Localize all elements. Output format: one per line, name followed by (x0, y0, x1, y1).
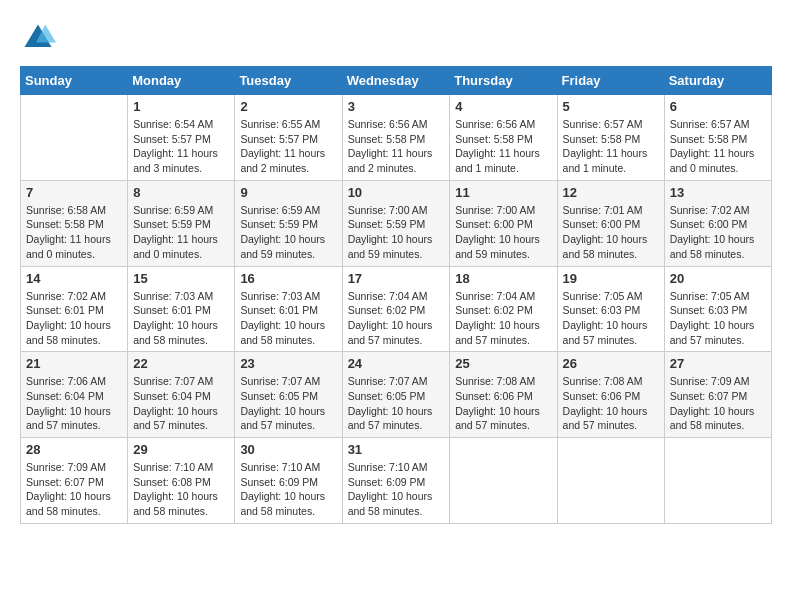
day-info: Sunrise: 7:07 AMSunset: 6:05 PMDaylight:… (348, 374, 445, 433)
calendar-cell: 29Sunrise: 7:10 AMSunset: 6:08 PMDayligh… (128, 438, 235, 524)
day-info: Sunrise: 7:05 AMSunset: 6:03 PMDaylight:… (563, 289, 659, 348)
day-info: Sunrise: 7:10 AMSunset: 6:08 PMDaylight:… (133, 460, 229, 519)
calendar-cell: 13Sunrise: 7:02 AMSunset: 6:00 PMDayligh… (664, 180, 771, 266)
calendar-cell: 16Sunrise: 7:03 AMSunset: 6:01 PMDayligh… (235, 266, 342, 352)
page-header (20, 20, 772, 56)
day-info: Sunrise: 7:05 AMSunset: 6:03 PMDaylight:… (670, 289, 766, 348)
day-number: 24 (348, 356, 445, 371)
day-number: 9 (240, 185, 336, 200)
calendar-day-header: Thursday (450, 67, 557, 95)
calendar-cell: 24Sunrise: 7:07 AMSunset: 6:05 PMDayligh… (342, 352, 450, 438)
day-number: 31 (348, 442, 445, 457)
calendar-header-row: SundayMondayTuesdayWednesdayThursdayFrid… (21, 67, 772, 95)
calendar-cell: 28Sunrise: 7:09 AMSunset: 6:07 PMDayligh… (21, 438, 128, 524)
calendar-day-header: Sunday (21, 67, 128, 95)
day-info: Sunrise: 6:57 AMSunset: 5:58 PMDaylight:… (563, 117, 659, 176)
calendar-cell: 6Sunrise: 6:57 AMSunset: 5:58 PMDaylight… (664, 95, 771, 181)
day-number: 13 (670, 185, 766, 200)
day-info: Sunrise: 7:09 AMSunset: 6:07 PMDaylight:… (26, 460, 122, 519)
day-number: 21 (26, 356, 122, 371)
calendar-cell: 4Sunrise: 6:56 AMSunset: 5:58 PMDaylight… (450, 95, 557, 181)
day-info: Sunrise: 7:04 AMSunset: 6:02 PMDaylight:… (348, 289, 445, 348)
calendar-day-header: Wednesday (342, 67, 450, 95)
calendar-cell: 12Sunrise: 7:01 AMSunset: 6:00 PMDayligh… (557, 180, 664, 266)
calendar-day-header: Monday (128, 67, 235, 95)
calendar-cell: 3Sunrise: 6:56 AMSunset: 5:58 PMDaylight… (342, 95, 450, 181)
day-info: Sunrise: 7:10 AMSunset: 6:09 PMDaylight:… (348, 460, 445, 519)
calendar-day-header: Friday (557, 67, 664, 95)
day-number: 1 (133, 99, 229, 114)
calendar-cell: 19Sunrise: 7:05 AMSunset: 6:03 PMDayligh… (557, 266, 664, 352)
calendar-cell: 15Sunrise: 7:03 AMSunset: 6:01 PMDayligh… (128, 266, 235, 352)
calendar-cell: 27Sunrise: 7:09 AMSunset: 6:07 PMDayligh… (664, 352, 771, 438)
day-info: Sunrise: 7:02 AMSunset: 6:01 PMDaylight:… (26, 289, 122, 348)
day-info: Sunrise: 7:08 AMSunset: 6:06 PMDaylight:… (563, 374, 659, 433)
day-number: 14 (26, 271, 122, 286)
day-number: 2 (240, 99, 336, 114)
calendar-cell: 8Sunrise: 6:59 AMSunset: 5:59 PMDaylight… (128, 180, 235, 266)
day-number: 3 (348, 99, 445, 114)
calendar-cell (557, 438, 664, 524)
day-info: Sunrise: 6:57 AMSunset: 5:58 PMDaylight:… (670, 117, 766, 176)
day-number: 15 (133, 271, 229, 286)
calendar-cell: 18Sunrise: 7:04 AMSunset: 6:02 PMDayligh… (450, 266, 557, 352)
day-number: 22 (133, 356, 229, 371)
day-info: Sunrise: 7:04 AMSunset: 6:02 PMDaylight:… (455, 289, 551, 348)
calendar-cell: 22Sunrise: 7:07 AMSunset: 6:04 PMDayligh… (128, 352, 235, 438)
day-info: Sunrise: 6:59 AMSunset: 5:59 PMDaylight:… (240, 203, 336, 262)
day-number: 29 (133, 442, 229, 457)
calendar-week-row: 14Sunrise: 7:02 AMSunset: 6:01 PMDayligh… (21, 266, 772, 352)
calendar-cell: 31Sunrise: 7:10 AMSunset: 6:09 PMDayligh… (342, 438, 450, 524)
calendar-week-row: 21Sunrise: 7:06 AMSunset: 6:04 PMDayligh… (21, 352, 772, 438)
day-info: Sunrise: 7:06 AMSunset: 6:04 PMDaylight:… (26, 374, 122, 433)
day-info: Sunrise: 7:09 AMSunset: 6:07 PMDaylight:… (670, 374, 766, 433)
calendar-day-header: Tuesday (235, 67, 342, 95)
day-info: Sunrise: 7:10 AMSunset: 6:09 PMDaylight:… (240, 460, 336, 519)
day-number: 20 (670, 271, 766, 286)
day-info: Sunrise: 7:07 AMSunset: 6:05 PMDaylight:… (240, 374, 336, 433)
day-info: Sunrise: 6:59 AMSunset: 5:59 PMDaylight:… (133, 203, 229, 262)
day-info: Sunrise: 6:58 AMSunset: 5:58 PMDaylight:… (26, 203, 122, 262)
day-number: 17 (348, 271, 445, 286)
day-info: Sunrise: 7:02 AMSunset: 6:00 PMDaylight:… (670, 203, 766, 262)
day-number: 8 (133, 185, 229, 200)
day-info: Sunrise: 6:56 AMSunset: 5:58 PMDaylight:… (455, 117, 551, 176)
day-number: 12 (563, 185, 659, 200)
calendar-week-row: 28Sunrise: 7:09 AMSunset: 6:07 PMDayligh… (21, 438, 772, 524)
day-info: Sunrise: 7:00 AMSunset: 5:59 PMDaylight:… (348, 203, 445, 262)
calendar-cell (450, 438, 557, 524)
day-number: 18 (455, 271, 551, 286)
day-number: 16 (240, 271, 336, 286)
logo (20, 20, 60, 56)
calendar-cell: 30Sunrise: 7:10 AMSunset: 6:09 PMDayligh… (235, 438, 342, 524)
calendar-cell: 9Sunrise: 6:59 AMSunset: 5:59 PMDaylight… (235, 180, 342, 266)
calendar-week-row: 1Sunrise: 6:54 AMSunset: 5:57 PMDaylight… (21, 95, 772, 181)
calendar-cell: 20Sunrise: 7:05 AMSunset: 6:03 PMDayligh… (664, 266, 771, 352)
day-number: 26 (563, 356, 659, 371)
day-number: 7 (26, 185, 122, 200)
day-info: Sunrise: 6:56 AMSunset: 5:58 PMDaylight:… (348, 117, 445, 176)
calendar-day-header: Saturday (664, 67, 771, 95)
day-number: 27 (670, 356, 766, 371)
calendar-cell: 5Sunrise: 6:57 AMSunset: 5:58 PMDaylight… (557, 95, 664, 181)
calendar-cell (664, 438, 771, 524)
day-info: Sunrise: 7:03 AMSunset: 6:01 PMDaylight:… (133, 289, 229, 348)
calendar-cell: 21Sunrise: 7:06 AMSunset: 6:04 PMDayligh… (21, 352, 128, 438)
day-number: 5 (563, 99, 659, 114)
day-info: Sunrise: 7:07 AMSunset: 6:04 PMDaylight:… (133, 374, 229, 433)
day-number: 28 (26, 442, 122, 457)
day-number: 10 (348, 185, 445, 200)
day-info: Sunrise: 7:00 AMSunset: 6:00 PMDaylight:… (455, 203, 551, 262)
calendar-cell (21, 95, 128, 181)
day-info: Sunrise: 6:54 AMSunset: 5:57 PMDaylight:… (133, 117, 229, 176)
calendar-cell: 14Sunrise: 7:02 AMSunset: 6:01 PMDayligh… (21, 266, 128, 352)
calendar-cell: 1Sunrise: 6:54 AMSunset: 5:57 PMDaylight… (128, 95, 235, 181)
logo-icon (20, 20, 56, 56)
calendar-cell: 23Sunrise: 7:07 AMSunset: 6:05 PMDayligh… (235, 352, 342, 438)
day-number: 4 (455, 99, 551, 114)
calendar-cell: 7Sunrise: 6:58 AMSunset: 5:58 PMDaylight… (21, 180, 128, 266)
day-number: 19 (563, 271, 659, 286)
day-info: Sunrise: 7:03 AMSunset: 6:01 PMDaylight:… (240, 289, 336, 348)
calendar-table: SundayMondayTuesdayWednesdayThursdayFrid… (20, 66, 772, 524)
calendar-cell: 17Sunrise: 7:04 AMSunset: 6:02 PMDayligh… (342, 266, 450, 352)
